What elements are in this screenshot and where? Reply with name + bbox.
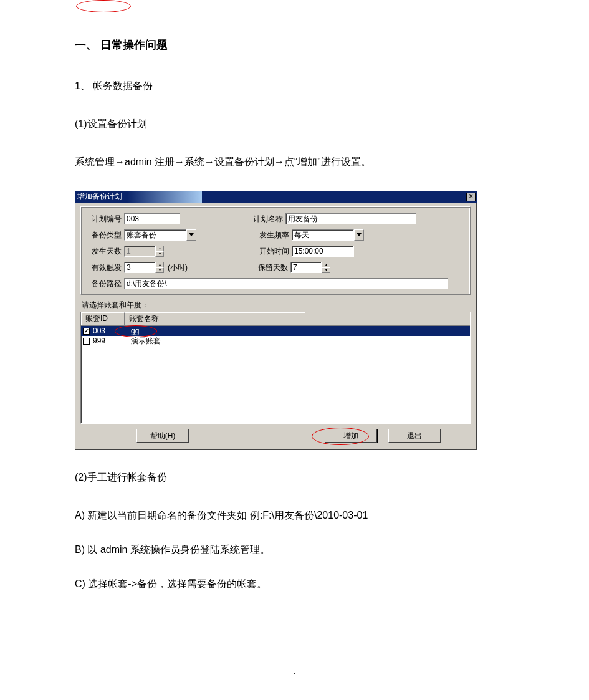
plan-name-label: 计划名称 [249,214,285,224]
plan-name-input[interactable]: 用友备份 [285,213,416,224]
step-b: B) 以 admin 系统操作员身份登陆系统管理。 [75,541,514,559]
hour-note: (小时) [168,262,188,273]
subsection-2: (2)手工进行帐套备份 [75,469,514,487]
button-row: 帮助(H) 增加 退出 [80,429,471,443]
path-input[interactable]: d:\用友备份\ [124,278,448,289]
help-button[interactable]: 帮助(H) [136,429,189,443]
list-header: 账套ID 账套名称 [81,312,470,326]
dialog-screenshot: 增加备份计划 ✕ 计划编号 003 计划名称 用友备份 备份类型 账套备份 [75,191,477,450]
chevron-down-icon[interactable] [186,229,196,241]
instruction-1: 系统管理→admin 注册→系统→设置备份计划→点“增加”进行设置。 [75,153,514,171]
trigger-label: 有效触发 [87,262,124,273]
backup-type-select[interactable]: 账套备份 [124,229,186,241]
svg-marker-0 [189,233,194,236]
freq-label: 发生频率 [255,230,292,241]
freq-select[interactable]: 每天 [292,229,354,241]
chevron-down-icon[interactable] [354,229,364,241]
plan-no-label: 计划编号 [87,214,124,224]
close-icon[interactable]: ✕ [466,193,476,201]
start-label: 开始时间 [255,246,292,257]
backup-type-label: 备份类型 [87,230,124,241]
path-label: 备份路径 [87,279,124,289]
account-list[interactable]: 账套ID 账套名称 ✔ 003 gg 999 演示账套 [80,312,471,424]
dialog-titlebar: 增加备份计划 ✕ [75,191,477,203]
step-a: A) 新建以当前日期命名的备份文件夹如 例:F:\用友备份\2010-03-01 [75,507,514,525]
step-c: C) 选择帐套->备份，选择需要备份的帐套。 [75,575,514,593]
keep-input[interactable]: 7 [290,262,322,273]
checkbox-icon[interactable] [83,338,90,345]
keep-label: 保留天数 [254,262,290,273]
trigger-stepper[interactable]: ▴▾ [155,262,164,273]
checkbox-checked-icon[interactable]: ✔ [83,328,90,335]
trigger-input[interactable]: 3 [124,262,155,273]
col-header-name[interactable]: 账套名称 [125,312,305,325]
row-name: 演示账套 [126,336,161,347]
dialog-title: 增加备份计划 [75,191,127,203]
form-fieldset: 计划编号 003 计划名称 用友备份 备份类型 账套备份 发生频率 每天 [80,206,471,295]
titlebar-gradient [127,191,202,203]
list-section-label: 请选择账套和年度： [82,300,471,310]
row-id: 999 [92,337,126,345]
days-input: 1 [124,246,155,257]
exit-button[interactable]: 退出 [388,429,441,443]
page-number: . [0,668,589,675]
list-item-1: 1、 帐务数据备份 [75,77,514,95]
keep-stepper[interactable]: ▴▾ [322,262,330,273]
section-heading: 一、 日常操作问题 [75,37,514,52]
col-header-id[interactable]: 账套ID [81,312,125,325]
list-row[interactable]: 999 演示账套 [81,336,470,346]
dialog-body: 计划编号 003 计划名称 用友备份 备份类型 账套备份 发生频率 每天 [75,203,477,450]
svg-marker-1 [357,233,362,236]
start-time-input[interactable]: 15:00:00 [292,246,354,257]
list-row[interactable]: ✔ 003 gg [81,326,470,336]
document-page: 一、 日常操作问题 1、 帐务数据备份 (1)设置备份计划 系统管理→admin… [0,0,589,700]
annotation-circle-icon [76,0,131,12]
subsection-1: (1)设置备份计划 [75,115,514,133]
days-label: 发生天数 [87,246,124,257]
days-stepper[interactable]: ▴▾ [155,246,164,257]
titlebar-right: ✕ [202,191,477,203]
plan-no-input[interactable]: 003 [124,213,180,224]
